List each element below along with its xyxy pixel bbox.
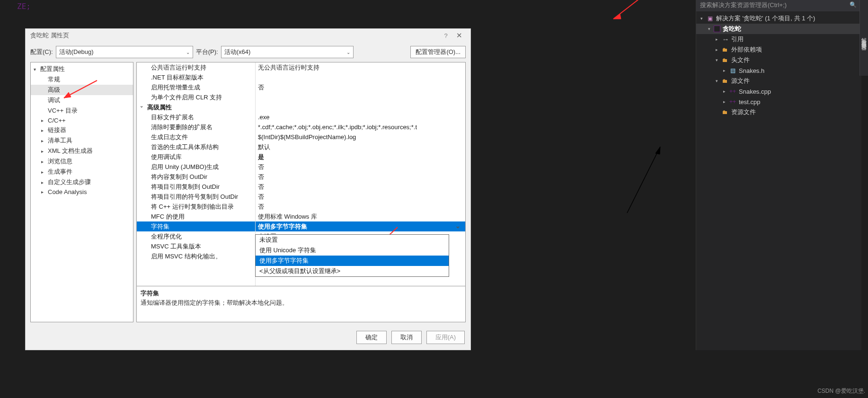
- solution-item-test.cpp[interactable]: ▸++test.cpp: [696, 97, 861, 107]
- config-platform-row: 配置(C): 活动(Debug) ⌄ 平台(P): 活动(x64) ⌄ 配置管理…: [26, 42, 470, 62]
- dropdown-option[interactable]: <从父级或项目默认设置继承>: [256, 266, 449, 276]
- solution-item-label: test.cpp: [739, 98, 761, 106]
- solution-item-头文件[interactable]: ▾🖿头文件: [696, 55, 861, 65]
- platform-combo[interactable]: 活动(x64) ⌄: [221, 46, 354, 58]
- solution-explorer-tab[interactable]: 解决方案资源管理器: [859, 0, 868, 76]
- dialog-title: 贪吃蛇 属性页: [30, 31, 439, 40]
- grid-row-目标文件扩展名[interactable]: 目标文件扩展名.exe: [137, 112, 465, 122]
- configuration-combo[interactable]: 活动(Debug) ⌄: [56, 46, 193, 58]
- grid-row-将项目引用复制到 OutDir[interactable]: 将项目引用复制到 OutDir否: [137, 182, 465, 192]
- solution-item-Snakes.h[interactable]: ▸▤Snakes.h: [696, 65, 861, 76]
- grid-row-使用调试库[interactable]: 使用调试库是: [137, 152, 465, 162]
- grid-value: 默认: [255, 142, 465, 152]
- grid-value: 否: [255, 83, 465, 92]
- sol-icon: ▣: [706, 15, 714, 22]
- tree-item-自定义生成步骤[interactable]: ▸自定义生成步骤: [31, 177, 133, 187]
- tree-arrow-icon: ▸: [41, 118, 46, 123]
- grid-row-启用托管增量生成[interactable]: 启用托管增量生成否: [137, 82, 465, 92]
- solution-item-贪吃蛇[interactable]: ▾贪吃蛇: [696, 24, 861, 34]
- annotation-arrow-black: [620, 142, 667, 218]
- config-manager-button[interactable]: 配置管理器(O)...: [410, 46, 466, 58]
- solution-item-label: 源文件: [731, 77, 750, 85]
- svg-marker-7: [655, 147, 660, 154]
- expand-arrow-icon[interactable]: ▸: [722, 99, 726, 104]
- solution-tree[interactable]: ▾▣解决方案 '贪吃蛇' (1 个项目, 共 1 个)▾贪吃蛇▸⊶引用▸🖿外部依…: [696, 11, 861, 117]
- grid-row-高级属性[interactable]: ⌄高级属性: [137, 102, 465, 112]
- cancel-button[interactable]: 取消: [391, 331, 422, 344]
- grid-row-清除时要删除的扩展名[interactable]: 清除时要删除的扩展名*.cdf;*.cache;*.obj;*.obj.enc;…: [137, 122, 465, 132]
- search-icon: 🔍: [850, 1, 857, 8]
- solution-item-外部依赖项[interactable]: ▸🖿外部依赖项: [696, 44, 861, 55]
- expand-arrow-icon[interactable]: ▾: [714, 58, 719, 62]
- dialog-titlebar[interactable]: 贪吃蛇 属性页 ? ✕: [26, 29, 470, 42]
- grid-row-生成日志文件[interactable]: 生成日志文件$(IntDir)$(MSBuildProjectName).log: [137, 132, 465, 142]
- configuration-value: 活动(Debug): [59, 48, 94, 56]
- grid-row-将 C++ 运行时复制到输出目录[interactable]: 将 C++ 运行时复制到输出目录否: [137, 202, 465, 212]
- grid-row-启用 Unity (JUMBO)生成[interactable]: 启用 Unity (JUMBO)生成否: [137, 162, 465, 172]
- ok-button[interactable]: 确定: [356, 331, 387, 344]
- tree-item-XML 文档生成器[interactable]: ▸XML 文档生成器: [31, 146, 133, 156]
- solution-item-Snakes.cpp[interactable]: ▸++Snakes.cpp: [696, 86, 861, 97]
- dropdown-option[interactable]: 使用 Unicode 字符集: [256, 245, 449, 256]
- tree-item-label: 链接器: [48, 126, 66, 134]
- grid-label: 将项目引用复制到 OutDir: [151, 183, 220, 190]
- grid-label: 公共语言运行时支持: [151, 64, 206, 71]
- grid-row-将内容复制到 OutDir[interactable]: 将内容复制到 OutDir否: [137, 172, 465, 182]
- expand-arrow-icon[interactable]: ▸: [714, 37, 719, 42]
- grid-label: 为单个文件启用 CLR 支持: [151, 94, 222, 101]
- grid-row-字符集[interactable]: 字符集使用多字节字符集: [137, 221, 465, 231]
- character-set-dropdown[interactable]: 未设置使用 Unicode 字符集使用多字节字符集<从父级或项目默认设置继承>: [255, 234, 449, 277]
- expand-arrow-icon[interactable]: ▾: [699, 16, 704, 21]
- expand-arrow-icon[interactable]: ▸: [722, 89, 726, 94]
- expand-arrow-icon[interactable]: ▸: [714, 47, 719, 52]
- grid-label: 启用 Unity (JUMBO)生成: [151, 163, 219, 170]
- tree-arrow-icon: ▸: [41, 169, 46, 175]
- close-icon[interactable]: ✕: [452, 31, 466, 40]
- tree-arrow-icon: ▾: [34, 67, 38, 72]
- tree-item-清单工具[interactable]: ▸清单工具: [31, 135, 133, 146]
- tree-item-生成事件[interactable]: ▸生成事件: [31, 167, 133, 177]
- tree-item-label: 自定义生成步骤: [48, 178, 91, 186]
- expand-arrow-icon[interactable]: ▾: [714, 79, 719, 83]
- property-grid-pane: 公共语言运行时支持无公共语言运行时支持.NET 目标框架版本启用托管增量生成否为…: [136, 62, 466, 322]
- solution-item-源文件[interactable]: ▾🖿源文件: [696, 76, 861, 86]
- solution-item-label: Snakes.cpp: [739, 88, 771, 95]
- apply-button[interactable]: 应用(A): [426, 331, 465, 344]
- dropdown-option[interactable]: 未设置: [256, 235, 449, 245]
- tree-item-浏览信息[interactable]: ▸浏览信息: [31, 156, 133, 167]
- help-icon[interactable]: ?: [439, 32, 452, 39]
- tree-item-label: 浏览信息: [48, 157, 72, 166]
- grid-row-为单个文件启用 CLR 支持[interactable]: 为单个文件启用 CLR 支持: [137, 92, 465, 102]
- grid-row-MFC 的使用[interactable]: MFC 的使用使用标准 Windows 库: [137, 212, 465, 221]
- grid-row-公共语言运行时支持[interactable]: 公共语言运行时支持无公共语言运行时支持: [137, 62, 465, 72]
- expand-arrow-icon[interactable]: ▾: [707, 27, 711, 31]
- solution-item-label: 外部依赖项: [731, 45, 762, 54]
- code-fragment: ZE;: [17, 2, 31, 11]
- description-title: 字符集: [141, 289, 461, 298]
- tree-item-配置属性[interactable]: ▾配置属性: [31, 64, 133, 74]
- solution-item-引用[interactable]: ▸⊶引用: [696, 34, 861, 44]
- chevron-down-icon: ⌄: [186, 50, 190, 55]
- expand-arrow-icon[interactable]: ▸: [722, 68, 726, 73]
- solution-item-label: 贪吃蛇: [723, 25, 741, 33]
- tree-item-C/C++[interactable]: ▸C/C++: [31, 116, 133, 125]
- solution-search-input[interactable]: 搜索解决方案资源管理器(Ctrl+;) 🔍: [696, 0, 861, 11]
- solution-item-解决方案 '贪吃蛇' (1 个项目, 共 1 个)[interactable]: ▾▣解决方案 '贪吃蛇' (1 个项目, 共 1 个): [696, 13, 861, 24]
- solution-item-label: 资源文件: [731, 108, 756, 116]
- property-grid[interactable]: 公共语言运行时支持无公共语言运行时支持.NET 目标框架版本启用托管增量生成否为…: [137, 62, 465, 286]
- tree-item-VC++ 目录[interactable]: VC++ 目录: [31, 106, 133, 116]
- tree-item-Code Analysis[interactable]: ▸Code Analysis: [31, 187, 133, 196]
- grid-row-首选的生成工具体系结构[interactable]: 首选的生成工具体系结构默认: [137, 142, 465, 152]
- grid-label: MFC 的使用: [151, 213, 185, 220]
- grid-row-.NET 目标框架版本[interactable]: .NET 目标框架版本: [137, 72, 465, 82]
- chevron-down-icon: ⌄: [346, 50, 350, 55]
- grid-label: 生成日志文件: [151, 133, 188, 141]
- search-placeholder: 搜索解决方案资源管理器(Ctrl+;): [700, 1, 787, 9]
- grid-value: *.cdf;*.cache;*.obj;*.obj.enc;*.ilk;*.ip…: [255, 123, 465, 131]
- tree-item-链接器[interactable]: ▸链接器: [31, 125, 133, 135]
- tree-arrow-icon: ▸: [41, 138, 46, 143]
- dropdown-option[interactable]: 使用多字节字符集: [256, 256, 449, 266]
- solution-item-资源文件[interactable]: 🖿资源文件: [696, 107, 861, 117]
- grid-row-将项目引用的符号复制到 OutDir[interactable]: 将项目引用的符号复制到 OutDir否: [137, 192, 465, 202]
- cppfile-icon: ++: [729, 88, 736, 95]
